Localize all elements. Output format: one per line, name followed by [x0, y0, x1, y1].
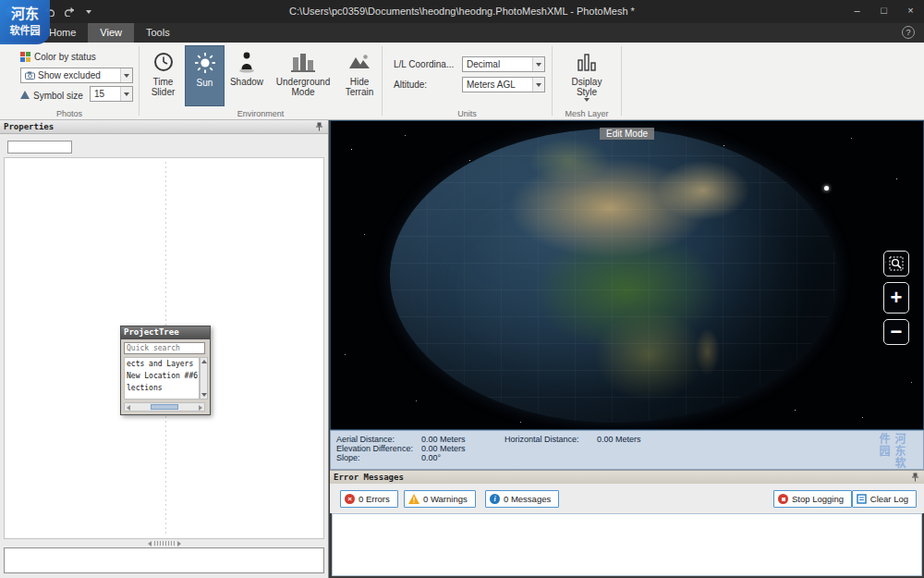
project-tree-vertical-scrollbar[interactable]: [200, 357, 208, 400]
scroll-left-icon[interactable]: [127, 405, 130, 411]
window-controls: – □ ×: [844, 0, 924, 20]
watermark-line1: 河东: [0, 5, 50, 22]
clear-log-icon: [857, 494, 867, 504]
shadow-button[interactable]: Shadow: [225, 45, 268, 106]
project-tree-window: ProjectTree ects and Layers New Location…: [120, 326, 211, 415]
project-tree-horizontal-scrollbar[interactable]: [124, 402, 205, 412]
scroll-right-icon[interactable]: [199, 405, 202, 411]
camera-icon: [25, 71, 35, 80]
splitter-grip-icon: [154, 541, 175, 546]
ll-coordinate-value: Decimal: [467, 59, 500, 69]
time-slider-label: Time Slider: [142, 77, 184, 97]
ribbon: Color by status Show excluded Symbol siz…: [0, 43, 924, 120]
warning-icon: [408, 494, 419, 504]
zoom-out-button[interactable]: −: [883, 319, 909, 345]
ribbon-tab-row: Home View Tools ?: [0, 23, 924, 43]
show-excluded-label: Show excluded: [38, 70, 101, 80]
error-toolbar: × 0 Errors 0 Warnings i 0 Messages Stop …: [330, 484, 924, 513]
properties-footer-panel: [4, 547, 324, 573]
symbol-size-icon: [20, 91, 30, 100]
help-button[interactable]: ?: [902, 26, 915, 39]
ll-coordinate-dropdown[interactable]: Decimal: [462, 56, 545, 72]
display-style-label: Dsiplay Style: [561, 77, 613, 97]
group-separator: [382, 46, 383, 116]
altitude-dropdown[interactable]: Meters AGL: [462, 77, 545, 92]
splitter-handle[interactable]: [4, 540, 324, 547]
properties-title: Properties: [4, 122, 54, 131]
aerial-distance-label: Aerial Distance:: [336, 435, 395, 444]
show-excluded-dropdown[interactable]: Show excluded: [20, 68, 133, 83]
tree-item-new-location[interactable]: New Location ##6: [125, 370, 199, 382]
elevation-difference-label: Elevation Difference:: [336, 444, 413, 453]
sun-icon: [194, 52, 216, 74]
group-label-environment: Environment: [140, 109, 382, 118]
color-by-status-icon: [20, 52, 30, 62]
warnings-filter-button[interactable]: 0 Warnings: [404, 490, 476, 508]
terrain-3d-view[interactable]: Edit Mode + −: [330, 120, 924, 430]
customize-qat-button[interactable]: [82, 6, 95, 18]
color-by-status-control[interactable]: Color by status: [20, 49, 96, 64]
symbol-size-dropdown[interactable]: 15: [90, 86, 133, 102]
message-icon: i: [490, 494, 500, 504]
tree-item-collections[interactable]: lections: [125, 382, 199, 394]
properties-header: Properties: [0, 120, 328, 134]
project-tree-search-input[interactable]: [124, 342, 205, 354]
shadow-person-icon: [237, 51, 256, 73]
maximize-button[interactable]: □: [870, 0, 897, 20]
minimize-button[interactable]: –: [844, 0, 870, 20]
error-log-area: [332, 513, 922, 576]
underground-mode-button[interactable]: Underground Mode: [269, 45, 337, 106]
stop-icon: [778, 494, 788, 504]
error-messages-title: Error Messages: [334, 473, 404, 482]
earth-globe[interactable]: [390, 129, 837, 423]
group-separator: [139, 46, 140, 116]
zoom-in-button[interactable]: +: [883, 282, 909, 314]
tab-tools[interactable]: Tools: [134, 23, 182, 43]
pin-icon[interactable]: [911, 473, 919, 482]
clear-log-button[interactable]: Clear Log: [852, 490, 917, 508]
errors-filter-button[interactable]: × 0 Errors: [340, 490, 398, 508]
tree-item-projects-and-layers[interactable]: ects and Layers: [125, 358, 199, 370]
dropdown-arrow: [532, 78, 544, 92]
underground-buildings-icon: [291, 52, 315, 72]
measurements-bar: Aerial Distance: 0.00 Meters Horizontal …: [330, 430, 924, 470]
tab-view[interactable]: View: [88, 23, 134, 43]
redo-button[interactable]: [63, 6, 76, 18]
time-slider-button[interactable]: Time Slider: [142, 45, 184, 106]
underground-mode-label: Underground Mode: [269, 77, 337, 97]
symbol-size-label: Symbol size: [33, 91, 83, 101]
close-button[interactable]: ×: [897, 0, 924, 20]
properties-panel: Properties ProjectTree ects and Layers N…: [0, 120, 329, 578]
hide-terrain-label: Hide Terrain: [338, 77, 381, 97]
site-watermark-logo: 河东 软件园: [0, 0, 50, 44]
messages-count-label: 0 Messages: [504, 494, 551, 504]
warnings-count-label: 0 Warnings: [423, 494, 468, 504]
stars-background: [331, 121, 332, 122]
scrollbar-thumb[interactable]: [151, 404, 178, 410]
graticule-overlay: [390, 129, 837, 423]
error-messages-header: Error Messages: [330, 470, 924, 484]
sun-button[interactable]: Sun: [185, 45, 225, 106]
scroll-down-icon[interactable]: [201, 393, 207, 397]
dropdown-arrow: [120, 87, 132, 101]
edit-mode-badge: Edit Mode: [600, 128, 654, 140]
group-label-units: Units: [383, 109, 552, 118]
symbol-size-value: 15: [94, 89, 104, 99]
clear-log-label: Clear Log: [870, 494, 908, 504]
scroll-up-icon[interactable]: [201, 360, 207, 363]
display-style-button[interactable]: Dsiplay Style: [561, 45, 613, 106]
titlebar: C:\Users\pc0359\Documents\heodng\heodng.…: [0, 0, 924, 23]
zoom-window-button[interactable]: [883, 251, 909, 277]
horizontal-distance-label: Horizontal Distance:: [505, 435, 579, 444]
pin-icon[interactable]: [315, 122, 323, 131]
messages-filter-button[interactable]: i 0 Messages: [485, 490, 559, 508]
window-title: C:\Users\pc0359\Documents\heodng\heodng.…: [139, 0, 785, 23]
errors-count-label: 0 Errors: [359, 494, 390, 504]
project-tree-titlebar[interactable]: ProjectTree: [121, 326, 210, 339]
stop-logging-button[interactable]: Stop Logging: [773, 490, 852, 508]
hide-terrain-button[interactable]: Hide Terrain: [338, 45, 381, 106]
clock-icon: [153, 52, 174, 72]
slope-label: Slope:: [336, 453, 360, 462]
altitude-value: Meters AGL: [467, 80, 516, 90]
properties-filter-input[interactable]: [7, 141, 72, 154]
